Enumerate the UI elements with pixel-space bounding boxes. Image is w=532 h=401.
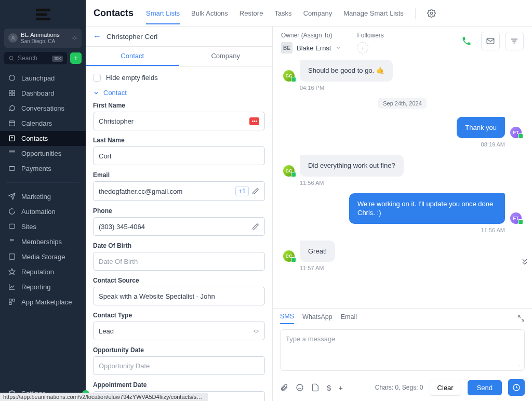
add-icon[interactable]: + — [338, 383, 343, 392]
label-source: Contact Source — [93, 277, 265, 284]
back-arrow-icon[interactable]: ← — [93, 32, 101, 41]
input-last-name[interactable]: Corl — [93, 146, 265, 165]
svg-line-31 — [518, 316, 521, 318]
send-button[interactable]: Send — [468, 380, 502, 395]
resize-handle-icon[interactable]: ⋰ — [517, 363, 522, 368]
grid-icon — [8, 89, 16, 97]
tab-restore[interactable]: Restore — [240, 9, 263, 24]
input-phone[interactable]: (303) 345-4064 — [93, 217, 265, 236]
nav-payments[interactable]: Payments — [0, 161, 86, 176]
recording-icon: ••• — [249, 117, 259, 125]
email-count-badge[interactable]: +1 — [235, 186, 249, 196]
nav-calendars[interactable]: Calendars — [0, 116, 86, 131]
memberships-icon — [8, 238, 16, 246]
scroll-down-icon[interactable] — [521, 258, 529, 266]
chat-icon — [8, 104, 16, 112]
add-button[interactable]: + — [70, 52, 82, 64]
svg-line-32 — [522, 319, 524, 321]
contact-avatar: CC — [283, 165, 295, 177]
automation-icon — [8, 208, 16, 216]
section-contact-toggle[interactable]: Contact — [93, 87, 265, 102]
nav-reporting[interactable]: Reporting — [0, 279, 86, 295]
nav-automation[interactable]: Automation — [0, 204, 86, 219]
template-icon[interactable] — [311, 383, 320, 392]
edit-icon[interactable] — [252, 188, 259, 195]
hide-empty-toggle[interactable]: Hide empty fields — [93, 73, 265, 87]
edit-icon[interactable] — [252, 223, 259, 230]
channel-whatsapp[interactable]: WhatsApp — [302, 313, 332, 324]
emoji-icon[interactable] — [296, 383, 304, 392]
rocket-icon — [8, 74, 16, 82]
nav-media-storage[interactable]: Media Storage — [0, 249, 86, 264]
agent-avatar: FT — [510, 212, 522, 224]
channel-email[interactable]: Email — [341, 313, 357, 324]
label-dob: Date Of Birth — [93, 242, 265, 249]
label-first-name: First Name — [93, 102, 265, 109]
nav-app-marketplace[interactable]: App Marketplace — [0, 295, 86, 310]
tab-smart-lists[interactable]: Smart Lists — [146, 9, 180, 24]
svg-rect-11 — [9, 121, 15, 126]
input-source[interactable]: Speak with a Website Specialist - John — [93, 287, 265, 305]
followers-label: Followers — [357, 32, 383, 39]
select-contact-type[interactable]: Lead︿﹀ — [93, 322, 265, 340]
chevron-up-down-icon: ︿﹀ — [254, 328, 259, 334]
tab-bulk-actions[interactable]: Bulk Actions — [191, 9, 228, 24]
nav-sites[interactable]: Sites — [0, 219, 86, 234]
settings-icon[interactable] — [427, 9, 436, 18]
svg-rect-10 — [12, 93, 15, 96]
message-input[interactable]: Type a message⋰ — [280, 329, 525, 371]
nav-contacts[interactable]: Contacts — [0, 131, 86, 146]
checkbox-icon[interactable] — [93, 74, 101, 82]
subtab-contact[interactable]: Contact — [86, 47, 179, 66]
nav-conversations[interactable]: Conversations — [0, 101, 86, 116]
nav-opportunities[interactable]: Opportunities — [0, 146, 86, 161]
channel-sms[interactable]: SMS — [280, 313, 294, 324]
filter-button[interactable] — [505, 32, 524, 50]
owner-select[interactable]: BE Blake Ernst — [281, 42, 341, 54]
svg-rect-16 — [11, 151, 12, 152]
tab-company[interactable]: Company — [303, 9, 332, 24]
schedule-button[interactable] — [508, 379, 525, 396]
input-opp-date[interactable]: Opportunity Date — [93, 356, 265, 375]
topbar: Contacts Smart Lists Bulk Actions Restor… — [86, 0, 532, 26]
call-button[interactable] — [457, 32, 476, 50]
nav-dashboard[interactable]: Dashboard — [0, 86, 86, 101]
clear-button[interactable]: Clear — [430, 380, 461, 396]
opportunities-icon — [8, 150, 16, 157]
media-icon — [8, 253, 16, 261]
contacts-icon — [8, 135, 16, 142]
calendar-icon — [8, 119, 16, 127]
input-dob[interactable]: Date Of Birth — [93, 252, 265, 271]
svg-rect-17 — [13, 151, 14, 152]
nav-memberships[interactable]: Memberships — [0, 234, 86, 249]
svg-rect-20 — [9, 254, 15, 260]
chevron-down-icon — [335, 45, 341, 51]
svg-rect-24 — [9, 302, 11, 304]
svg-point-14 — [11, 137, 12, 138]
nav-marketing[interactable]: Marketing — [0, 189, 86, 204]
attachment-icon[interactable] — [280, 383, 288, 392]
tab-tasks[interactable]: Tasks — [274, 9, 291, 24]
add-follower-button[interactable]: + — [357, 42, 368, 54]
input-email[interactable]: thedogfather.cc@gmail.com+1 — [93, 181, 265, 201]
tab-manage-smart-lists[interactable]: Manage Smart Lists — [343, 9, 404, 24]
chat-thread[interactable]: CC Should be good to go. 🤙 04:16 PM Sep … — [273, 58, 532, 308]
nav-launchpad[interactable]: Launchpad — [0, 71, 86, 86]
svg-rect-22 — [9, 299, 11, 301]
label-appt-date: Appointment Date — [93, 381, 265, 389]
svg-rect-23 — [12, 299, 15, 301]
search-input[interactable]: Search ⌘K — [4, 52, 67, 64]
subtab-company[interactable]: Company — [179, 47, 273, 66]
contact-avatar: CC — [283, 250, 295, 262]
message-time: 08:19 AM — [283, 141, 505, 148]
payment-icon[interactable]: $ — [327, 383, 331, 392]
email-button[interactable] — [481, 32, 500, 50]
input-first-name[interactable]: Christopher••• — [93, 112, 265, 130]
payments-icon — [8, 165, 16, 172]
nav-reputation[interactable]: Reputation — [0, 264, 86, 279]
svg-rect-7 — [9, 90, 11, 92]
expand-icon[interactable] — [517, 315, 525, 322]
date-separator: Sep 24th, 2024 — [378, 98, 427, 109]
org-selector[interactable]: BE Animations San Diego, CA ︿﹀ — [4, 29, 82, 48]
sidebar: BE Animations San Diego, CA ︿﹀ Search ⌘K… — [0, 0, 86, 401]
